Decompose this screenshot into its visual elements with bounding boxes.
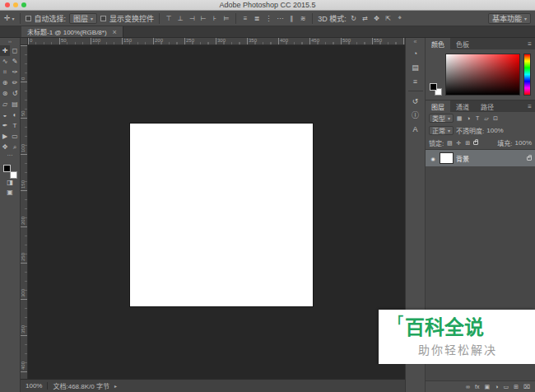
new-group-button[interactable]: ▭: [503, 384, 509, 390]
close-window-button[interactable]: [5, 2, 10, 7]
distribute-bottom-icon[interactable]: ⋮: [264, 15, 272, 22]
document-tab[interactable]: 未标题-1 @ 100%(RGB/8*) ×: [21, 26, 123, 37]
clone-stamp-tool[interactable]: ⊛: [0, 88, 10, 99]
hue-slider[interactable]: [523, 54, 531, 96]
lock-all-icon[interactable]: [473, 141, 478, 145]
status-options-icon[interactable]: ▸: [114, 383, 117, 389]
saturation-brightness-field[interactable]: [445, 54, 520, 96]
layer-effects-button[interactable]: fx: [475, 384, 479, 390]
toolbar-collapse-icon[interactable]: ››: [8, 38, 12, 45]
panel-menu-icon[interactable]: ≡: [524, 100, 535, 112]
opacity-value[interactable]: 100%: [486, 127, 503, 134]
color-swatches[interactable]: [3, 165, 17, 179]
lock-transparent-pixels-icon[interactable]: ▨: [446, 140, 453, 147]
align-right-edges-icon[interactable]: ⊨: [222, 15, 230, 22]
link-layers-button[interactable]: ∞: [466, 384, 470, 390]
path-selection-tool[interactable]: ▶: [0, 131, 10, 142]
align-bottom-edges-icon[interactable]: ⊣: [188, 15, 196, 22]
edit-toolbar-button[interactable]: ···: [7, 152, 13, 161]
distribute-horizontal-center-icon[interactable]: ∥: [287, 15, 295, 22]
distribute-right-icon[interactable]: ≋: [299, 15, 307, 22]
lock-image-pixels-icon[interactable]: ⊞: [464, 140, 471, 147]
workspace-switcher[interactable]: 基本功能 ▾: [488, 13, 531, 24]
align-horizontal-centers-icon[interactable]: ⊦: [211, 15, 219, 22]
filter-pixel-layers-icon[interactable]: ▦: [456, 115, 463, 122]
eraser-tool[interactable]: ▱: [0, 99, 10, 110]
blend-mode-dropdown[interactable]: 正常 ▾: [429, 126, 454, 135]
filter-shape-layers-icon[interactable]: ▱: [483, 115, 490, 122]
filter-adjustment-layers-icon[interactable]: ◑: [465, 115, 472, 121]
expand-panels-icon[interactable]: «: [414, 38, 417, 46]
align-left-edges-icon[interactable]: ⊢: [199, 15, 207, 22]
3d-roll-icon[interactable]: ⇄: [361, 15, 370, 22]
brush-tool[interactable]: ✏: [10, 77, 20, 88]
layer-row-background[interactable]: ◉ 背景: [426, 150, 535, 166]
history-panel-icon[interactable]: ↺: [406, 94, 425, 108]
blur-tool[interactable]: ◒: [0, 110, 10, 120]
distribute-left-icon[interactable]: ⋯: [276, 15, 284, 22]
add-layer-mask-button[interactable]: ▣: [485, 384, 491, 390]
foreground-color-swatch[interactable]: [430, 83, 437, 91]
lasso-tool[interactable]: ∿: [0, 56, 10, 67]
tab-channels[interactable]: 通道: [450, 100, 475, 112]
tab-layers[interactable]: 图层: [426, 100, 450, 112]
tab-swatches[interactable]: 色板: [450, 38, 475, 49]
rectangle-shape-tool[interactable]: ▭: [10, 131, 20, 142]
type-tool[interactable]: T: [10, 120, 20, 131]
new-layer-button[interactable]: ⊞: [514, 384, 519, 390]
3d-drag-icon[interactable]: ✥: [373, 15, 381, 22]
info-panel-icon[interactable]: ⓘ: [406, 108, 425, 122]
eyedropper-tool[interactable]: ✑: [10, 67, 20, 77]
distribute-vertical-center-icon[interactable]: ≣: [253, 15, 261, 22]
auto-select-checkbox[interactable]: [26, 16, 31, 21]
3d-slide-icon[interactable]: ⇱: [384, 15, 393, 22]
zoom-tool[interactable]: ⌕: [10, 142, 20, 152]
filter-type-layers-icon[interactable]: T: [474, 115, 481, 121]
show-transform-controls-checkbox[interactable]: [100, 16, 106, 21]
background-color-swatch[interactable]: [10, 171, 17, 179]
tab-color[interactable]: 颜色: [426, 38, 450, 49]
styles-panel-icon[interactable]: ≡: [406, 74, 425, 88]
move-tool[interactable]: ✛: [0, 45, 10, 56]
adjustments-panel-icon[interactable]: ◔: [406, 46, 425, 60]
minimize-window-button[interactable]: [13, 2, 18, 7]
layer-visibility-icon[interactable]: ◉: [429, 156, 437, 161]
spot-healing-tool[interactable]: ⊕: [0, 77, 10, 88]
close-tab-icon[interactable]: ×: [113, 28, 117, 36]
character-panel-icon[interactable]: A: [406, 122, 425, 136]
lock-position-icon[interactable]: ✛: [455, 140, 462, 147]
delete-layer-button[interactable]: ⌧: [523, 384, 530, 390]
fill-value[interactable]: 100%: [515, 139, 532, 147]
distribute-top-icon[interactable]: ≡: [241, 15, 249, 22]
adjustment-layer-button[interactable]: ◑: [495, 384, 498, 390]
pen-tool[interactable]: ✒: [0, 120, 10, 131]
foreground-color-swatch[interactable]: [3, 165, 11, 172]
3d-scale-icon[interactable]: ⌖: [396, 14, 404, 22]
layer-thumbnail[interactable]: [440, 153, 453, 163]
hand-tool[interactable]: ✥: [0, 142, 10, 152]
color-panel-swatches[interactable]: [430, 83, 442, 96]
canvas-workspace[interactable]: [28, 45, 405, 379]
libraries-panel-icon[interactable]: ▤: [406, 60, 425, 74]
tool-preset-button[interactable]: ✛ ▾: [4, 14, 15, 22]
maximize-window-button[interactable]: [21, 2, 26, 7]
tab-paths[interactable]: 路径: [475, 100, 500, 112]
filter-smart-objects-icon[interactable]: ⊡: [492, 115, 499, 122]
align-vertical-centers-icon[interactable]: ⊥: [176, 15, 184, 22]
screen-mode-button[interactable]: ▣: [7, 189, 13, 198]
history-brush-tool[interactable]: ↺: [10, 88, 20, 99]
crop-tool[interactable]: ⌗: [0, 67, 10, 77]
filter-kind-dropdown[interactable]: 类型 ▾: [429, 114, 454, 123]
dodge-tool[interactable]: ◐: [10, 110, 20, 120]
layer-name[interactable]: 背景: [456, 154, 523, 163]
align-top-edges-icon[interactable]: ⊤: [165, 15, 173, 22]
zoom-level-field[interactable]: 100%: [26, 382, 42, 390]
gradient-tool[interactable]: ▤: [10, 99, 20, 110]
panel-menu-icon[interactable]: ≡: [524, 38, 535, 49]
auto-select-target-dropdown[interactable]: 图层 ▾: [69, 13, 97, 24]
quick-mask-button[interactable]: ◨: [7, 179, 13, 189]
document-canvas[interactable]: [130, 124, 313, 306]
quick-selection-tool[interactable]: ✎: [10, 56, 20, 67]
3d-rotate-icon[interactable]: ↻: [350, 15, 358, 22]
rectangular-marquee-tool[interactable]: ◻: [10, 45, 20, 56]
